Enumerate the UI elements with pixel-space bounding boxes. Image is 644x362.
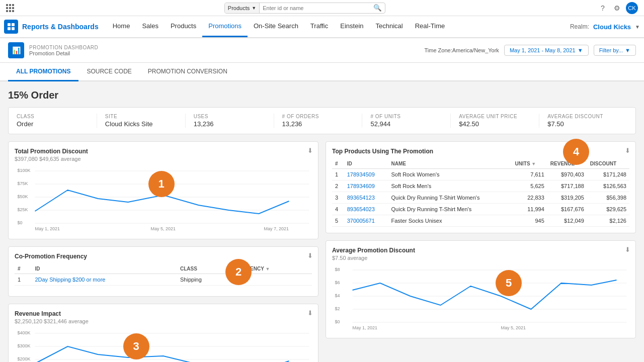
badge-5: 5: [496, 270, 522, 296]
search-dropdown[interactable]: Products ▼: [225, 3, 260, 13]
stat-avg-unit-label: AVERAGE UNIT PRICE: [459, 114, 531, 119]
nav-title: Reports & Dashboards: [22, 23, 99, 31]
nav-item-home[interactable]: Home: [107, 16, 136, 37]
filter-button[interactable]: Filter by... ▼: [594, 45, 636, 56]
stats-row: CLASS Order SITE Cloud Kicks Site USES 1…: [8, 107, 636, 134]
svg-text:May 1, 2021: May 1, 2021: [35, 226, 60, 231]
svg-text:$0: $0: [335, 319, 340, 324]
stat-orders-label: # OF ORDERS: [282, 114, 354, 119]
top-icons: ? ⚙ CK: [598, 2, 638, 14]
search-button[interactable]: 🔍: [370, 4, 385, 12]
apps-icon[interactable]: [6, 4, 14, 12]
tp-id-link[interactable]: 178934609: [347, 183, 375, 189]
co-promo-download[interactable]: ⬇: [307, 252, 313, 259]
svg-rect-0: [8, 23, 11, 26]
row-id: 2Day Shipping $200 or more: [32, 274, 177, 286]
stat-avg-unit-value: $42.50: [459, 120, 531, 128]
col-id: ID: [32, 264, 177, 274]
top-products-download[interactable]: ⬇: [625, 147, 630, 154]
tp-id-link[interactable]: 370005671: [347, 218, 375, 224]
svg-text:May 7, 2021: May 7, 2021: [264, 226, 289, 231]
nav-item-sales[interactable]: Sales: [136, 16, 165, 37]
svg-text:$50K: $50K: [18, 194, 28, 199]
date-range-button[interactable]: May 1, 2021 - May 8, 2021 ▼: [504, 45, 589, 56]
filter-chevron: ▼: [625, 47, 630, 53]
search-input[interactable]: [260, 5, 370, 11]
tabs-bar: ALL PROMOTIONS SOURCE CODE PROMOTION CON…: [0, 63, 644, 81]
tp-col-discount: DISCOUNT: [587, 159, 629, 169]
avg-promo-title: Average Promotion Discount: [332, 247, 629, 254]
nav-item-technical[interactable]: Technical: [370, 16, 409, 37]
stat-orders-value: 13,236: [282, 120, 354, 128]
badge-3: 3: [123, 333, 149, 359]
sub-header-right: Time Zone:America/New_York May 1, 2021 -…: [425, 45, 636, 56]
co-promo-title: Co-Promotion Frequency: [15, 253, 312, 260]
stat-site-label: SITE: [105, 114, 177, 119]
nav-bar: Reports & Dashboards Home Sales Products…: [0, 16, 644, 38]
nav-item-products[interactable]: Products: [165, 16, 202, 37]
table-row: 1 2Day Shipping $200 or more Shipping 0.…: [15, 274, 312, 286]
row-class: Shipping: [177, 274, 229, 286]
svg-text:May 5, 2021: May 5, 2021: [151, 226, 176, 231]
timezone-label: Time Zone:America/New_York: [425, 47, 499, 53]
nav-item-traffic[interactable]: Traffic: [304, 16, 334, 37]
table-row: 3 893654123 Quick Dry Running T-Shirt Wo…: [332, 192, 629, 204]
stat-units-value: 52,944: [370, 120, 442, 128]
table-row: 4 893654023 Quick Dry Running T-Shirt Me…: [332, 204, 629, 215]
stat-class: CLASS Order: [17, 114, 97, 128]
stat-class-label: CLASS: [17, 114, 89, 119]
realm-label: Realm:: [570, 23, 589, 30]
stat-uses-label: USES: [194, 114, 266, 119]
sub-header-icon: 📊: [8, 42, 24, 58]
top-products-table: # ID NAME UNITS ▼ REVENUE DISCOUNT 1: [332, 159, 629, 227]
table-row: 1 178934509 Soft Rock Women's 7,611 $970…: [332, 169, 629, 180]
sort-icon: ▼: [266, 266, 270, 272]
avatar[interactable]: CK: [626, 2, 638, 14]
right-col: Top Products Using The Promotion ⬇ 4 # I…: [326, 141, 636, 362]
nav-items: Home Sales Products Promotions On-Site S…: [107, 16, 451, 37]
total-promo-chart: Total Promotion Discount $397,080 $49,63…: [8, 141, 318, 239]
tp-id-link[interactable]: 178934509: [347, 171, 375, 177]
help-icon[interactable]: ?: [598, 3, 608, 13]
nav-item-on-site-search[interactable]: On-Site Search: [248, 16, 304, 37]
tp-id-link[interactable]: 893654023: [347, 206, 375, 212]
realm-dropdown-arrow[interactable]: ▼: [635, 24, 640, 30]
units-sort: ▼: [531, 161, 536, 166]
co-promo-chart: Co-Promotion Frequency ⬇ 2 # ID CLASS FR…: [8, 246, 318, 297]
nav-item-einstein[interactable]: Einstein: [334, 16, 369, 37]
stat-units-label: # OF UNITS: [370, 114, 442, 119]
dropdown-arrow: ▼: [252, 6, 256, 11]
total-promo-download[interactable]: ⬇: [307, 147, 313, 154]
tp-col-num: #: [332, 159, 344, 169]
badge-4: 4: [563, 139, 589, 165]
badge-1: 1: [148, 171, 175, 197]
svg-text:$300K: $300K: [18, 343, 31, 348]
svg-text:$6: $6: [335, 280, 340, 285]
stat-class-value: Order: [17, 120, 89, 128]
tab-promotion-conversion[interactable]: PROMOTION CONVERSION: [140, 63, 235, 81]
tab-all-promotions[interactable]: ALL PROMOTIONS: [8, 63, 78, 81]
svg-text:$8: $8: [335, 267, 340, 272]
tp-id-link[interactable]: 893654123: [347, 195, 375, 201]
svg-text:$25K: $25K: [18, 207, 28, 212]
nav-item-real-time[interactable]: Real-Time: [409, 16, 451, 37]
svg-text:$4: $4: [335, 293, 340, 298]
nav-item-promotions[interactable]: Promotions: [202, 16, 248, 37]
revenue-impact-title: Revenue Impact: [15, 310, 312, 317]
logo-svg: [7, 22, 16, 31]
col-class: CLASS: [177, 264, 229, 274]
settings-icon[interactable]: ⚙: [612, 3, 622, 13]
date-range-chevron: ▼: [578, 47, 583, 53]
sub-header-text: PROMOTION DASHBOARD Promotion Detail: [29, 45, 98, 56]
revenue-impact-download[interactable]: ⬇: [307, 309, 313, 317]
avg-promo-download[interactable]: ⬇: [625, 246, 630, 253]
nav-logo: Reports & Dashboards: [4, 20, 99, 34]
realm-value[interactable]: Cloud Kicks: [593, 23, 631, 31]
row-id-link[interactable]: 2Day Shipping $200 or more: [35, 277, 105, 283]
sub-header: 📊 PROMOTION DASHBOARD Promotion Detail T…: [0, 38, 644, 63]
stat-orders: # OF ORDERS 13,236: [274, 114, 363, 128]
left-col: Total Promotion Discount $397,080 $49,63…: [8, 141, 318, 362]
tab-source-code[interactable]: SOURCE CODE: [78, 63, 139, 81]
promo-title: 15% Order: [8, 89, 636, 101]
stat-avg-discount: AVERAGE DISCOUNT $7.50: [539, 114, 627, 128]
